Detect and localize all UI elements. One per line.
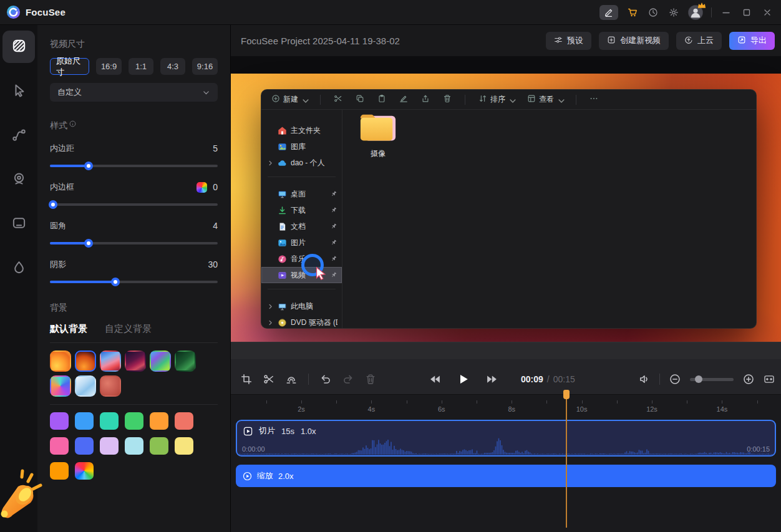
zoom-effect-track[interactable]: 缩放 2.0x <box>236 465 776 487</box>
color-preset[interactable] <box>50 437 69 455</box>
ruler-tick <box>617 400 618 404</box>
slider-thumb[interactable] <box>84 162 93 170</box>
color-preset[interactable] <box>50 462 69 480</box>
wallpaper-preset[interactable] <box>75 375 96 397</box>
desktop-icon <box>278 190 287 199</box>
aspect-option[interactable]: 16:9 <box>96 58 122 75</box>
recorded-file-explorer-window: 新建排序查看 主文件夹图库dao - 个人桌面下载文档图片音乐视频此电脑DVD … <box>261 89 757 329</box>
color-preset[interactable] <box>125 412 143 430</box>
scissors-icon[interactable] <box>263 374 274 385</box>
cart-icon[interactable] <box>626 6 639 19</box>
aspect-option[interactable]: 9:16 <box>192 58 218 75</box>
crop-icon[interactable] <box>241 374 252 385</box>
slider-thumb[interactable] <box>111 278 120 286</box>
rail-cursor-icon[interactable] <box>2 75 35 107</box>
slider-thumb[interactable] <box>49 200 57 209</box>
color-preset[interactable] <box>150 437 168 455</box>
explorer-share-icon <box>421 94 430 105</box>
export-button[interactable]: 导出 <box>729 32 775 50</box>
header-actions: 预设创建新视频上云导出 <box>546 32 775 50</box>
explorer-copy-icon <box>356 94 364 105</box>
color-preset[interactable] <box>175 437 193 455</box>
wallpaper-preset[interactable] <box>150 351 171 372</box>
folder-icon <box>359 112 397 144</box>
color-preset[interactable] <box>175 412 193 430</box>
rewind-icon[interactable] <box>429 374 440 385</box>
color-preset[interactable] <box>75 462 94 480</box>
background-label: 背景 <box>50 302 218 314</box>
gear-icon[interactable] <box>667 6 680 19</box>
timeline-ruler[interactable]: 2s4s6s8s10s12s14s <box>231 395 781 416</box>
ruler-tick <box>477 400 477 404</box>
color-preset[interactable] <box>100 412 119 430</box>
header-button[interactable]: 上云 <box>676 32 722 50</box>
time-total: 00:15 <box>553 374 575 384</box>
border-color-picker-icon[interactable] <box>196 182 207 193</box>
aspect-option[interactable]: 1:1 <box>129 58 153 75</box>
undo-icon[interactable] <box>320 374 331 385</box>
settings-panel: 视频尺寸 原始尺寸16:91:14:39:16 自定义 样式 内边距5内边框0圆… <box>37 25 231 532</box>
pin-icon <box>330 271 337 279</box>
wallpaper-preset[interactable] <box>100 375 121 397</box>
wallpaper-preset[interactable] <box>125 351 146 372</box>
ruler-label: 12s <box>646 405 657 413</box>
crown-icon <box>697 0 706 7</box>
zoom-slider-thumb[interactable] <box>695 375 702 383</box>
slider-阴影[interactable] <box>50 278 218 286</box>
aspect-option[interactable]: 原始尺寸 <box>50 58 89 75</box>
color-preset[interactable] <box>50 412 69 430</box>
megaphone-mascot-icon[interactable] <box>0 467 43 528</box>
playhead-handle[interactable] <box>563 390 570 399</box>
user-avatar[interactable] <box>688 5 703 20</box>
bottom-bar-icon <box>12 216 26 233</box>
header-button[interactable]: 预设 <box>546 32 591 50</box>
rail-motion-path-icon[interactable] <box>2 119 35 152</box>
volume-icon[interactable] <box>639 374 650 385</box>
slider-圆角[interactable] <box>50 239 218 248</box>
header-button[interactable]: 创建新视频 <box>599 32 669 50</box>
explorer-paste-icon <box>377 94 386 105</box>
wallpaper-preset[interactable] <box>50 375 71 397</box>
divider <box>711 7 712 17</box>
bg-tab[interactable]: 自定义背景 <box>105 323 152 335</box>
slider-内边距[interactable] <box>50 162 218 170</box>
close-icon[interactable] <box>761 6 774 19</box>
rail-canvas-background-icon[interactable] <box>2 31 35 63</box>
color-preset[interactable] <box>75 437 94 455</box>
video-preview[interactable]: 新建排序查看 主文件夹图库dao - 个人桌面下载文档图片音乐视频此电脑DVD … <box>231 56 781 342</box>
zoom-out-icon[interactable] <box>669 374 681 385</box>
wallpaper-preset[interactable] <box>75 351 96 372</box>
ruler-label: 2s <box>298 405 305 413</box>
edit-pen-icon[interactable] <box>599 5 618 20</box>
forward-icon[interactable] <box>487 374 498 385</box>
maximize-icon[interactable] <box>740 6 753 19</box>
rail-bottom-bar-icon[interactable] <box>2 208 35 240</box>
color-preset[interactable] <box>100 437 119 455</box>
clip-track[interactable]: 切片 15s 1.0x 0:00:00 0:00:15 <box>236 420 776 457</box>
rail-droplet-icon[interactable] <box>2 252 35 284</box>
slider-thumb[interactable] <box>84 239 93 248</box>
fit-icon[interactable] <box>764 374 775 385</box>
rail-webcam-icon[interactable] <box>2 163 35 196</box>
color-preset[interactable] <box>75 412 94 430</box>
wallpaper-preset[interactable] <box>100 351 121 372</box>
delete-icon <box>443 94 452 105</box>
clock-icon[interactable] <box>647 6 659 19</box>
slider-value: 5 <box>213 143 218 153</box>
aspect-option[interactable]: 4:3 <box>160 58 185 75</box>
zoom-in-icon[interactable] <box>743 374 754 385</box>
wallpaper-preset[interactable] <box>175 351 196 372</box>
slider-内边框[interactable] <box>50 200 218 209</box>
custom-size-select[interactable]: 自定义 <box>50 83 218 102</box>
ruler-tick <box>266 400 267 404</box>
chevron-right-icon <box>267 303 274 310</box>
magnet-icon[interactable] <box>286 374 297 385</box>
wallpaper-preset[interactable] <box>50 351 71 372</box>
trash-icon <box>365 374 376 385</box>
minimize-icon[interactable] <box>720 6 732 19</box>
color-preset[interactable] <box>150 412 168 430</box>
color-preset[interactable] <box>125 437 143 455</box>
play-icon[interactable] <box>457 373 470 385</box>
timeline-zoom-slider[interactable] <box>690 375 734 384</box>
bg-tab[interactable]: 默认背景 <box>50 323 87 335</box>
